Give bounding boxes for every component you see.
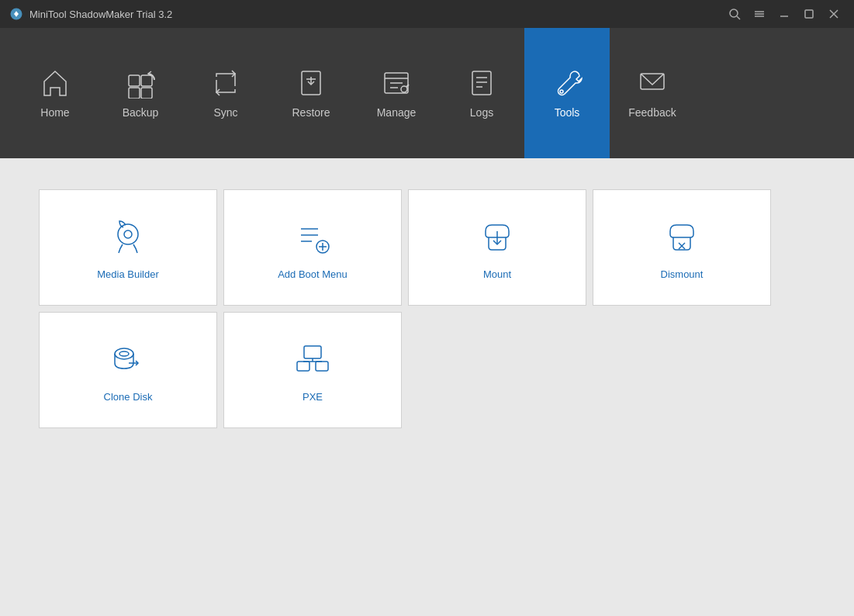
svg-point-25 [560,90,563,93]
nav-tools-label: Tools [555,106,580,119]
minimize-button[interactable] [773,3,795,25]
nav-tools[interactable]: Tools [524,28,610,158]
svg-rect-12 [129,88,140,99]
nav-logs-label: Logs [470,106,493,119]
logs-icon [465,66,499,100]
main-content: Media Builder Add Boot Menu [0,158,854,616]
svg-point-27 [118,224,138,244]
nav-sync-label: Sync [213,106,237,119]
add-boot-menu-icon [292,216,334,258]
title-bar-left: MiniTool ShadowMaker Trial 3.2 [9,7,172,21]
tool-dismount[interactable]: Dismount [593,189,771,306]
sync-icon [209,66,243,100]
nav-sync[interactable]: Sync [183,28,268,158]
clone-disk-label: Clone Disk [104,391,153,403]
media-builder-icon [107,216,149,258]
backup-icon [123,66,157,100]
tools-row-2: Clone Disk PXE [39,312,815,428]
hamburger-icon [753,8,766,20]
svg-rect-41 [297,362,309,371]
tool-mount[interactable]: Mount [408,189,586,306]
dismount-icon [661,216,703,258]
nav-restore-label: Restore [292,106,330,119]
minimize-icon [779,9,790,19]
search-button[interactable] [724,3,745,25]
tools-row-1: Media Builder Add Boot Menu [39,189,815,306]
svg-rect-21 [472,71,491,95]
nav-backup-label: Backup [123,106,159,119]
tools-grid: Media Builder Add Boot Menu [39,189,815,428]
add-boot-menu-label: Add Boot Menu [278,268,347,280]
media-builder-label: Media Builder [97,268,159,280]
svg-rect-26 [641,74,664,89]
mount-label: Mount [483,268,511,280]
svg-point-19 [401,86,407,92]
feedback-icon [635,66,669,100]
svg-line-2 [737,16,740,19]
dismount-label: Dismount [661,268,704,280]
svg-point-39 [119,351,129,356]
nav-manage[interactable]: Manage [354,28,439,158]
nav-restore[interactable]: Restore [268,28,354,158]
svg-point-38 [115,348,133,359]
nav-feedback[interactable]: Feedback [610,28,695,158]
app-icon [9,7,23,21]
nav-bar: Home Backup Sync [0,28,854,158]
svg-point-1 [730,9,738,17]
nav-home-label: Home [40,106,69,119]
svg-rect-42 [316,362,328,371]
svg-rect-7 [805,10,813,18]
manage-icon [379,66,413,100]
nav-logs[interactable]: Logs [439,28,524,158]
tools-icon [550,66,584,100]
pxe-label: PXE [303,391,323,403]
nav-manage-label: Manage [377,106,417,119]
nav-feedback-label: Feedback [628,106,676,119]
svg-rect-10 [129,75,140,86]
restore-icon [294,66,328,100]
search-icon [728,8,741,20]
maximize-icon [804,9,814,19]
svg-point-28 [124,230,132,238]
title-bar-controls [724,3,845,25]
nav-home[interactable]: Home [12,28,98,158]
svg-rect-11 [141,75,152,86]
svg-rect-40 [304,346,321,358]
tool-add-boot-menu[interactable]: Add Boot Menu [223,189,402,306]
title-bar: MiniTool ShadowMaker Trial 3.2 [0,0,854,28]
home-icon [38,66,72,100]
maximize-button[interactable] [798,3,820,25]
tool-clone-disk[interactable]: Clone Disk [39,312,217,428]
pxe-icon [292,338,334,380]
app-title: MiniTool ShadowMaker Trial 3.2 [29,9,172,20]
close-icon [828,9,839,19]
tool-media-builder[interactable]: Media Builder [39,189,217,306]
mount-icon [476,216,518,258]
svg-rect-13 [141,88,152,99]
clone-disk-icon [107,338,149,380]
tool-pxe[interactable]: PXE [223,312,402,428]
menu-button[interactable] [749,3,770,25]
close-button[interactable] [823,3,845,25]
nav-backup[interactable]: Backup [98,28,183,158]
